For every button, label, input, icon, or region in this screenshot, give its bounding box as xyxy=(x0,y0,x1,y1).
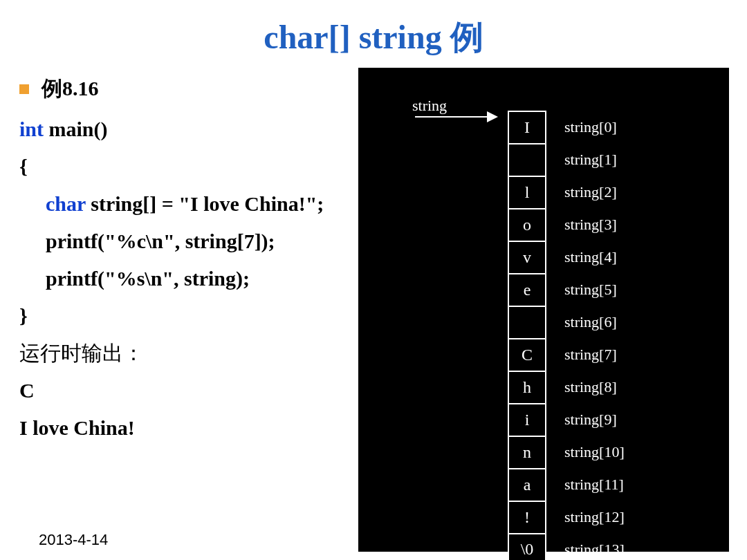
code-l3-rest: string[] = "I love China!"; xyxy=(86,192,324,215)
code-line-1: int main() xyxy=(19,113,358,146)
memory-cell: a xyxy=(508,468,546,501)
example-heading: 例8.16 xyxy=(19,75,358,103)
cell-row: Cstring[7] xyxy=(508,338,625,371)
cell-index-label: string[4] xyxy=(564,248,617,266)
cell-index-label: string[11] xyxy=(564,476,624,494)
memory-cell: e xyxy=(508,273,546,306)
cell-index-label: string[0] xyxy=(564,118,617,136)
code-l1-rest: main() xyxy=(44,118,108,140)
memory-cell: v xyxy=(508,241,546,273)
cell-row: \0string[13] xyxy=(508,533,625,560)
cell-index-label: string[6] xyxy=(564,313,617,331)
cell-row: string[6] xyxy=(508,306,625,338)
memory-cell: o xyxy=(508,208,546,241)
code-line-3: char string[] = "I love China!"; xyxy=(19,187,358,221)
cell-column: Istring[0]string[1]lstring[2]ostring[3]v… xyxy=(508,111,625,560)
cell-index-label: string[1] xyxy=(564,151,617,169)
cell-row: nstring[10] xyxy=(508,436,625,468)
output-line-2: I love China! xyxy=(19,411,358,445)
memory-cell: h xyxy=(508,371,546,403)
output-line-1: C xyxy=(19,374,358,407)
code-line-5: printf("%s\n", string); xyxy=(19,262,358,295)
slide-title: char[] string 例 xyxy=(0,0,747,72)
cell-index-label: string[13] xyxy=(564,541,625,559)
cell-row: astring[11] xyxy=(508,468,625,501)
cell-row: string[1] xyxy=(508,143,625,176)
cell-row: ostring[3] xyxy=(508,208,625,241)
keyword-char: char xyxy=(46,192,86,215)
cell-row: istring[9] xyxy=(508,403,625,436)
cell-index-label: string[9] xyxy=(564,411,617,429)
left-column: 例8.16 int main() { char string[] = "I lo… xyxy=(19,72,358,552)
cell-row: vstring[4] xyxy=(508,241,625,273)
example-label: 例8.16 xyxy=(42,75,99,103)
cell-index-label: string[12] xyxy=(564,508,625,526)
cell-index-label: string[2] xyxy=(564,183,617,201)
cell-index-label: string[8] xyxy=(564,378,617,396)
code-line-6: } xyxy=(19,299,358,333)
memory-cell: C xyxy=(508,338,546,371)
cell-row: Istring[0] xyxy=(508,111,625,143)
memory-cell: ! xyxy=(508,501,546,533)
slide-date: 2013-4-14 xyxy=(39,531,108,549)
cell-index-label: string[10] xyxy=(564,443,625,461)
arrow-icon xyxy=(415,109,498,126)
cell-index-label: string[3] xyxy=(564,216,617,234)
cell-index-label: string[7] xyxy=(564,346,617,364)
code-line-2: { xyxy=(19,150,358,183)
memory-cell: l xyxy=(508,176,546,208)
memory-cell: n xyxy=(508,436,546,468)
content-area: 例8.16 int main() { char string[] = "I lo… xyxy=(0,72,747,552)
memory-cell: I xyxy=(508,111,546,143)
cell-row: !string[12] xyxy=(508,501,625,533)
cell-index-label: string[5] xyxy=(564,281,617,299)
memory-cell: i xyxy=(508,403,546,436)
bullet-icon xyxy=(19,84,29,94)
memory-cell xyxy=(508,143,546,176)
code-line-4: printf("%c\n", string[7]); xyxy=(19,225,358,258)
memory-cell xyxy=(508,306,546,338)
keyword-int: int xyxy=(19,118,44,140)
cell-row: hstring[8] xyxy=(508,371,625,403)
memory-cell: \0 xyxy=(508,533,546,560)
cell-row: estring[5] xyxy=(508,273,625,306)
output-label: 运行时输出： xyxy=(19,337,358,370)
memory-diagram: string Istring[0]string[1]lstring[2]ostr… xyxy=(358,68,729,552)
cell-row: lstring[2] xyxy=(508,176,625,208)
